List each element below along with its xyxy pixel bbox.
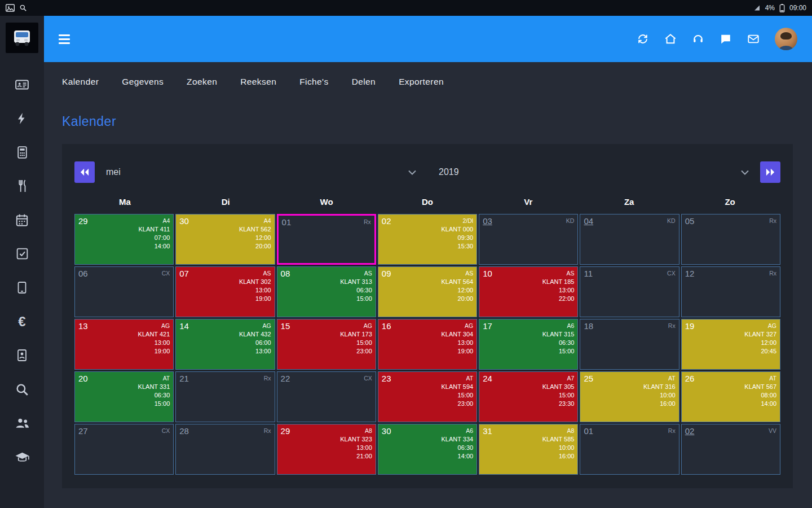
day-number: 24 — [483, 374, 492, 383]
calendar-day-cell[interactable]: 11CX — [580, 266, 679, 317]
client-label: KLANT 313 — [340, 278, 372, 286]
calendar-day-cell[interactable]: 22CX — [277, 371, 376, 422]
page-title: Kalender — [62, 114, 812, 129]
calendar-grid: 29A4KLANT 41107:0014:0030A4KLANT 56212:0… — [74, 214, 780, 475]
app-logo[interactable] — [6, 23, 38, 53]
calendar-day-cell[interactable]: 09ASKLANT 56412:0020:00 — [378, 266, 477, 317]
calendar-day-cell[interactable]: 01Rx — [277, 214, 376, 265]
day-number: 29 — [78, 216, 88, 226]
day-number[interactable]: 03 — [483, 216, 492, 226]
euro-icon[interactable]: € — [15, 314, 30, 329]
month-select[interactable]: mei — [106, 161, 416, 183]
prev-month-button[interactable] — [74, 161, 95, 183]
calendar-day-cell[interactable]: 10ASKLANT 18513:0022:00 — [479, 266, 578, 317]
calendar-day-cell[interactable]: 27CX — [74, 424, 174, 475]
calendar-day-cell[interactable]: 30A6KLANT 33406:3014:00 — [378, 424, 477, 475]
calendar-day-cell[interactable]: 16AGKLANT 30413:0019:00 — [378, 319, 477, 370]
end-time: 23:00 — [441, 400, 473, 408]
home-icon[interactable] — [664, 33, 677, 45]
calendar-day-cell[interactable]: 04KD — [580, 214, 679, 265]
day-number: 14 — [179, 321, 189, 331]
nav-zoeken[interactable]: Zoeken — [187, 77, 217, 87]
day-header: Vr — [478, 197, 579, 207]
calculator-icon[interactable] — [15, 144, 30, 160]
day-number[interactable]: 02 — [685, 426, 695, 436]
next-month-button[interactable] — [760, 161, 780, 183]
calendar-day-cell[interactable]: 23ATKLANT 59415:0023:00 — [378, 371, 477, 422]
end-time: 19:00 — [138, 347, 170, 356]
check-square-icon[interactable] — [15, 246, 30, 261]
end-time: 14:00 — [441, 452, 473, 461]
nav-exporteren[interactable]: Exporteren — [399, 77, 444, 87]
calendar-day-cell[interactable]: 13AGKLANT 42113:0019:00 — [74, 319, 174, 370]
utensils-icon[interactable] — [15, 178, 30, 194]
calendar-day-cell[interactable]: 19AGKLANT 32712:0020:45 — [681, 319, 780, 370]
shift-code: AG — [239, 322, 271, 330]
chat-icon[interactable] — [720, 33, 732, 45]
day-number[interactable]: 04 — [584, 216, 593, 226]
search-sidebar-icon[interactable] — [15, 382, 30, 397]
calendar-day-cell[interactable]: 03KD — [479, 214, 578, 265]
calendar-day-cell[interactable]: 24A7KLANT 30515:0023:30 — [479, 371, 578, 422]
calendar-day-cell[interactable]: 06CX — [74, 266, 174, 317]
calendar-day-cell[interactable]: 07ASKLANT 30213:0019:00 — [175, 266, 275, 317]
calendar-day-cell[interactable]: 30A4KLANT 56212:0020:00 — [175, 214, 275, 265]
end-time: 15:30 — [441, 242, 473, 251]
nav-gegevens[interactable]: Gegevens — [122, 77, 164, 87]
client-label: KLANT 421 — [138, 330, 170, 339]
day-number: 15 — [281, 321, 290, 331]
calendar-icon[interactable] — [15, 212, 30, 227]
mail-icon[interactable] — [747, 33, 760, 45]
calendar-day-cell[interactable]: 25ATKLANT 31610:0016:00 — [580, 371, 679, 422]
nav-fiches[interactable]: Fiche's — [299, 77, 328, 87]
client-label: KLANT 185 — [542, 278, 575, 286]
calendar-day-cell[interactable]: 12Rx — [681, 266, 780, 317]
year-select[interactable]: 2019 — [439, 161, 749, 183]
calendar-day-cell[interactable]: 14AGKLANT 43206:0013:00 — [175, 319, 275, 370]
calendar-day-cell[interactable]: 20ATKLANT 33106:3015:00 — [74, 371, 174, 422]
graduation-cap-icon[interactable] — [15, 449, 30, 465]
calendar-day-cell[interactable]: 31A8KLANT 58510:0016:00 — [479, 424, 578, 475]
sync-icon[interactable] — [637, 33, 649, 45]
calendar-day-cell[interactable]: 29A8KLANT 32313:0021:00 — [277, 424, 376, 475]
shift-details: ASKLANT 56412:0020:00 — [441, 269, 473, 303]
id-card-icon[interactable] — [15, 77, 30, 92]
users-icon[interactable] — [15, 415, 30, 431]
bolt-icon[interactable] — [15, 111, 30, 126]
menu-icon[interactable] — [59, 34, 70, 44]
year-value: 2019 — [439, 167, 459, 177]
calendar-day-cell[interactable]: 21Rx — [175, 371, 275, 422]
calendar-day-cell[interactable]: 26ATKLANT 56708:0014:00 — [681, 371, 780, 422]
calendar-day-cell[interactable]: 02VV — [681, 424, 780, 475]
shift-code: AG — [138, 322, 170, 330]
calendar-day-cell[interactable]: 28Rx — [175, 424, 275, 475]
day-number: 28 — [179, 426, 189, 436]
end-time: 14:00 — [138, 242, 170, 251]
nav-kalender[interactable]: Kalender — [62, 77, 99, 87]
calendar-day-cell[interactable]: 29A4KLANT 41107:0014:00 — [74, 214, 174, 265]
end-time: 13:00 — [239, 347, 271, 356]
calendar-day-cell[interactable]: 18Rx — [580, 319, 679, 370]
start-time: 12:00 — [441, 286, 473, 295]
calendar-day-cell[interactable]: 08ASKLANT 31306:3015:00 — [277, 266, 376, 317]
nav-reeksen[interactable]: Reeksen — [240, 77, 276, 87]
start-time: 15:00 — [542, 391, 575, 400]
support-icon[interactable] — [692, 33, 704, 45]
contact-card-icon[interactable] — [15, 348, 30, 363]
shift-code: KD — [566, 217, 575, 225]
calendar-day-cell[interactable]: 022/DlKLANT 00009:3015:30 — [378, 214, 477, 265]
calendar-day-cell[interactable]: 01Rx — [580, 424, 679, 475]
shift-details: A6KLANT 31506:3015:00 — [542, 322, 575, 356]
user-avatar[interactable] — [775, 28, 797, 50]
client-label: KLANT 173 — [340, 330, 372, 339]
calendar-day-cell[interactable]: 05Rx — [681, 214, 780, 265]
calendar-day-cell[interactable]: 15AGKLANT 17315:0023:00 — [277, 319, 376, 370]
client-label: KLANT 315 — [542, 330, 575, 339]
day-number: 12 — [685, 269, 695, 278]
nav-delen[interactable]: Delen — [352, 77, 376, 87]
end-time: 16:00 — [542, 452, 575, 461]
calendar-day-cell[interactable]: 17A6KLANT 31506:3015:00 — [479, 319, 578, 370]
shift-code: Rx — [769, 217, 776, 225]
tablet-icon[interactable] — [15, 280, 30, 295]
client-label: KLANT 302 — [239, 278, 271, 286]
